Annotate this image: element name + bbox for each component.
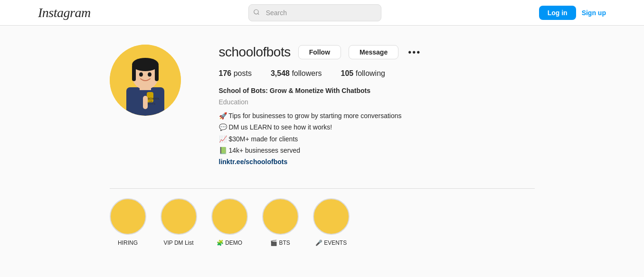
svg-point-0 xyxy=(254,9,258,14)
highlight-label-2: 🧩 DEMO xyxy=(217,240,242,246)
svg-point-9 xyxy=(139,73,143,77)
highlight-circle-2 xyxy=(211,198,248,235)
main-content: SCHOOL OF BOTS schoolofbots Follow Messa… xyxy=(100,26,544,265)
profile-info: schoolofbots Follow Message ••• 176 post… xyxy=(219,45,535,167)
svg-text:BOTS: BOTS xyxy=(148,102,155,105)
svg-point-6 xyxy=(132,58,159,71)
bio-category: Education xyxy=(219,97,535,107)
svg-line-1 xyxy=(257,13,259,15)
posts-label: posts xyxy=(234,69,252,77)
search-icon xyxy=(253,9,260,17)
svg-rect-7 xyxy=(132,65,136,81)
follow-button[interactable]: Follow xyxy=(298,45,341,59)
posts-count: 176 xyxy=(219,69,232,77)
search-input[interactable] xyxy=(248,4,381,21)
avatar: SCHOOL OF BOTS xyxy=(110,45,181,116)
following-stat: 105 following xyxy=(341,69,385,78)
message-button[interactable]: Message xyxy=(349,45,398,59)
login-button[interactable]: Log in xyxy=(539,6,576,20)
bio-link[interactable]: linktr.ee/schoolofbots xyxy=(219,158,288,166)
avatar-wrap: SCHOOL OF BOTS xyxy=(110,45,181,116)
bio-line-1: 🚀 Tips for businesses to grow by startin… xyxy=(219,111,535,121)
highlight-circle-0 xyxy=(110,198,146,235)
bio-name: School of Bots: Grow & Monetize With Cha… xyxy=(219,85,535,96)
header-actions: Log in Sign up xyxy=(539,6,635,20)
signup-button[interactable]: Sign up xyxy=(582,9,606,17)
profile-username: schoolofbots xyxy=(219,45,291,60)
followers-stat: 3,548 followers xyxy=(271,69,322,78)
svg-point-10 xyxy=(148,73,152,77)
posts-stat: 176 posts xyxy=(219,69,252,78)
highlight-circle-1 xyxy=(161,198,197,235)
highlight-circle-3 xyxy=(262,198,299,235)
stats-row: 176 posts 3,548 followers 105 following xyxy=(219,69,535,78)
profile-section: SCHOOL OF BOTS schoolofbots Follow Messa… xyxy=(110,45,535,167)
bio-line-2: 💬 DM us LEARN to see how it works! xyxy=(219,122,535,132)
more-options-button[interactable]: ••• xyxy=(406,47,423,58)
bio-line-3: 📈 $30M+ made for clients xyxy=(219,134,535,144)
search-container xyxy=(248,4,381,21)
highlight-item-0[interactable]: HIRING xyxy=(110,198,146,246)
following-label: following xyxy=(356,69,385,77)
highlight-label-0: HIRING xyxy=(118,240,138,246)
bio-section: School of Bots: Grow & Monetize With Cha… xyxy=(219,85,535,167)
highlight-circle-4 xyxy=(313,198,350,235)
bio-line-4: 📗 14k+ businesses served xyxy=(219,145,535,156)
profile-header-row: schoolofbots Follow Message ••• xyxy=(219,45,535,60)
svg-rect-8 xyxy=(155,65,159,81)
highlight-item-3[interactable]: 🎬 BTS xyxy=(262,198,299,246)
highlight-label-4: 🎤 EVENTS xyxy=(315,240,347,246)
highlight-label-1: VIP DM List xyxy=(163,240,193,246)
svg-rect-15 xyxy=(143,96,148,109)
header: Instagram Log in Sign up xyxy=(0,0,644,26)
highlight-item-1[interactable]: VIP DM List xyxy=(161,198,197,246)
followers-count: 3,548 xyxy=(271,69,290,77)
highlights-section: HIRINGVIP DM List🧩 DEMO🎬 BTS🎤 EVENTS xyxy=(110,188,535,256)
highlight-label-3: 🎬 BTS xyxy=(270,240,290,246)
following-count: 105 xyxy=(341,69,354,77)
instagram-logo: Instagram xyxy=(9,5,91,20)
highlight-item-2[interactable]: 🧩 DEMO xyxy=(211,198,248,246)
highlight-item-4[interactable]: 🎤 EVENTS xyxy=(313,198,350,246)
followers-label: followers xyxy=(292,69,322,77)
